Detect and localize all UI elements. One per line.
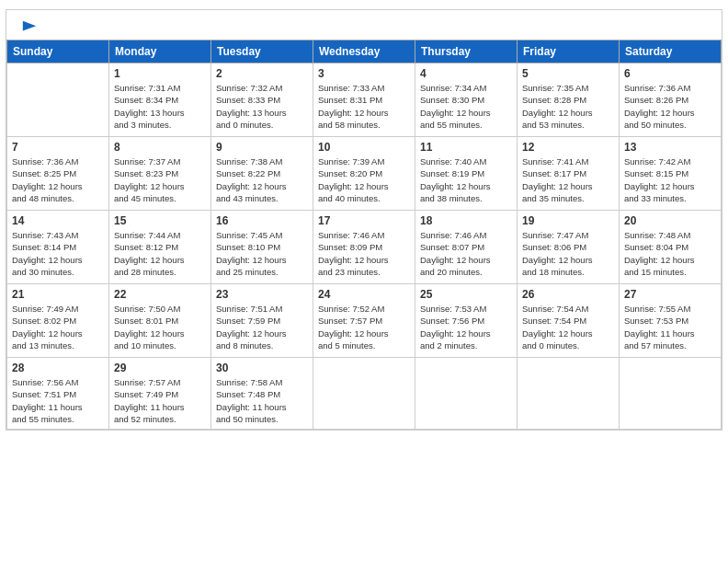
week-row-4: 21Sunrise: 7:49 AMSunset: 8:02 PMDayligh… <box>7 284 722 358</box>
day-info: Sunrise: 7:51 AMSunset: 7:59 PMDaylight:… <box>216 303 308 351</box>
day-info: Sunrise: 7:48 AMSunset: 8:04 PMDaylight:… <box>624 229 716 278</box>
calendar-cell: 13Sunrise: 7:42 AMSunset: 8:15 PMDayligh… <box>620 137 722 211</box>
day-info: Sunrise: 7:52 AMSunset: 7:57 PMDaylight:… <box>318 303 410 351</box>
week-row-3: 14Sunrise: 7:43 AMSunset: 8:14 PMDayligh… <box>7 211 722 284</box>
day-info: Sunrise: 7:57 AMSunset: 7:49 PMDaylight:… <box>114 376 206 425</box>
day-number: 24 <box>318 288 410 301</box>
col-header-tuesday: Tuesday <box>211 40 313 63</box>
day-info: Sunrise: 7:44 AMSunset: 8:12 PMDaylight:… <box>114 229 206 278</box>
calendar-cell: 7Sunrise: 7:36 AMSunset: 8:25 PMDaylight… <box>7 137 109 211</box>
day-info: Sunrise: 7:41 AMSunset: 8:17 PMDaylight:… <box>522 155 614 204</box>
day-info: Sunrise: 7:37 AMSunset: 8:23 PMDaylight:… <box>114 155 206 204</box>
logo-text <box>19 19 38 36</box>
day-number: 7 <box>12 141 104 154</box>
day-number: 17 <box>318 214 410 227</box>
day-info: Sunrise: 7:36 AMSunset: 8:26 PMDaylight:… <box>624 82 716 131</box>
week-row-2: 7Sunrise: 7:36 AMSunset: 8:25 PMDaylight… <box>7 137 722 211</box>
day-info: Sunrise: 7:46 AMSunset: 8:07 PMDaylight:… <box>420 229 512 278</box>
calendar-cell: 17Sunrise: 7:46 AMSunset: 8:09 PMDayligh… <box>313 211 415 284</box>
col-header-thursday: Thursday <box>415 40 518 63</box>
calendar-cell: 30Sunrise: 7:58 AMSunset: 7:48 PMDayligh… <box>211 358 313 430</box>
calendar-cell: 12Sunrise: 7:41 AMSunset: 8:17 PMDayligh… <box>518 137 620 211</box>
day-number: 18 <box>420 214 512 227</box>
calendar-cell: 28Sunrise: 7:56 AMSunset: 7:51 PMDayligh… <box>7 358 109 430</box>
day-info: Sunrise: 7:34 AMSunset: 8:30 PMDaylight:… <box>420 82 512 131</box>
calendar-cell: 5Sunrise: 7:35 AMSunset: 8:28 PMDaylight… <box>518 63 620 137</box>
day-number: 13 <box>624 141 716 154</box>
day-number: 4 <box>420 67 512 80</box>
day-number: 2 <box>216 67 308 80</box>
day-number: 11 <box>420 141 512 154</box>
calendar-cell: 20Sunrise: 7:48 AMSunset: 8:04 PMDayligh… <box>620 211 722 284</box>
day-number: 14 <box>12 214 104 227</box>
day-info: Sunrise: 7:32 AMSunset: 8:33 PMDaylight:… <box>216 82 308 131</box>
day-info: Sunrise: 7:50 AMSunset: 8:01 PMDaylight:… <box>114 303 206 351</box>
day-info: Sunrise: 7:31 AMSunset: 8:34 PMDaylight:… <box>114 82 206 131</box>
day-info: Sunrise: 7:53 AMSunset: 7:56 PMDaylight:… <box>420 303 512 351</box>
calendar-cell: 23Sunrise: 7:51 AMSunset: 7:59 PMDayligh… <box>211 284 313 358</box>
day-number: 30 <box>216 362 308 374</box>
day-info: Sunrise: 7:55 AMSunset: 7:53 PMDaylight:… <box>624 303 716 351</box>
calendar-cell: 2Sunrise: 7:32 AMSunset: 8:33 PMDaylight… <box>211 63 313 137</box>
day-info: Sunrise: 7:42 AMSunset: 8:15 PMDaylight:… <box>624 155 716 204</box>
day-number: 20 <box>624 214 716 227</box>
day-number: 1 <box>114 67 206 80</box>
calendar-cell: 8Sunrise: 7:37 AMSunset: 8:23 PMDaylight… <box>109 137 211 211</box>
calendar-cell: 18Sunrise: 7:46 AMSunset: 8:07 PMDayligh… <box>415 211 518 284</box>
day-number: 27 <box>624 288 716 301</box>
day-number: 22 <box>114 288 206 301</box>
day-info: Sunrise: 7:43 AMSunset: 8:14 PMDaylight:… <box>12 229 104 278</box>
svg-marker-0 <box>23 21 36 31</box>
calendar-cell: 26Sunrise: 7:54 AMSunset: 7:54 PMDayligh… <box>518 284 620 358</box>
col-header-sunday: Sunday <box>7 40 109 63</box>
calendar-header-row: SundayMondayTuesdayWednesdayThursdayFrid… <box>7 40 722 63</box>
logo-flag-icon <box>21 19 38 36</box>
day-info: Sunrise: 7:56 AMSunset: 7:51 PMDaylight:… <box>12 376 104 425</box>
calendar-cell: 19Sunrise: 7:47 AMSunset: 8:06 PMDayligh… <box>518 211 620 284</box>
day-info: Sunrise: 7:54 AMSunset: 7:54 PMDaylight:… <box>522 303 614 351</box>
calendar-cell: 24Sunrise: 7:52 AMSunset: 7:57 PMDayligh… <box>313 284 415 358</box>
col-header-wednesday: Wednesday <box>313 40 415 63</box>
calendar-cell: 25Sunrise: 7:53 AMSunset: 7:56 PMDayligh… <box>415 284 518 358</box>
day-number: 5 <box>522 67 614 80</box>
day-number: 19 <box>522 214 614 227</box>
calendar-cell: 11Sunrise: 7:40 AMSunset: 8:19 PMDayligh… <box>415 137 518 211</box>
day-number: 16 <box>216 214 308 227</box>
day-info: Sunrise: 7:45 AMSunset: 8:10 PMDaylight:… <box>216 229 308 278</box>
day-info: Sunrise: 7:33 AMSunset: 8:31 PMDaylight:… <box>318 82 410 131</box>
col-header-saturday: Saturday <box>620 40 722 63</box>
calendar-container: SundayMondayTuesdayWednesdayThursdayFrid… <box>6 9 722 431</box>
day-number: 12 <box>522 141 614 154</box>
calendar-cell: 27Sunrise: 7:55 AMSunset: 7:53 PMDayligh… <box>620 284 722 358</box>
day-number: 6 <box>624 67 716 80</box>
day-info: Sunrise: 7:58 AMSunset: 7:48 PMDaylight:… <box>216 376 308 425</box>
calendar-cell: 14Sunrise: 7:43 AMSunset: 8:14 PMDayligh… <box>7 211 109 284</box>
day-info: Sunrise: 7:38 AMSunset: 8:22 PMDaylight:… <box>216 155 308 204</box>
logo <box>19 19 38 34</box>
day-number: 26 <box>522 288 614 301</box>
day-number: 10 <box>318 141 410 154</box>
header <box>6 10 722 40</box>
calendar-cell <box>7 63 109 137</box>
calendar-cell <box>518 358 620 430</box>
col-header-monday: Monday <box>109 40 211 63</box>
calendar-cell: 21Sunrise: 7:49 AMSunset: 8:02 PMDayligh… <box>7 284 109 358</box>
calendar-cell: 15Sunrise: 7:44 AMSunset: 8:12 PMDayligh… <box>109 211 211 284</box>
day-number: 28 <box>12 362 104 374</box>
day-info: Sunrise: 7:35 AMSunset: 8:28 PMDaylight:… <box>522 82 614 131</box>
week-row-1: 1Sunrise: 7:31 AMSunset: 8:34 PMDaylight… <box>7 63 722 137</box>
calendar-cell: 22Sunrise: 7:50 AMSunset: 8:01 PMDayligh… <box>109 284 211 358</box>
calendar-cell: 9Sunrise: 7:38 AMSunset: 8:22 PMDaylight… <box>211 137 313 211</box>
calendar-cell: 29Sunrise: 7:57 AMSunset: 7:49 PMDayligh… <box>109 358 211 430</box>
day-info: Sunrise: 7:40 AMSunset: 8:19 PMDaylight:… <box>420 155 512 204</box>
calendar-cell <box>415 358 518 430</box>
day-number: 21 <box>12 288 104 301</box>
day-info: Sunrise: 7:47 AMSunset: 8:06 PMDaylight:… <box>522 229 614 278</box>
calendar-table: SundayMondayTuesdayWednesdayThursdayFrid… <box>6 40 722 430</box>
calendar-cell: 10Sunrise: 7:39 AMSunset: 8:20 PMDayligh… <box>313 137 415 211</box>
calendar-cell: 3Sunrise: 7:33 AMSunset: 8:31 PMDaylight… <box>313 63 415 137</box>
week-row-5: 28Sunrise: 7:56 AMSunset: 7:51 PMDayligh… <box>7 358 722 430</box>
day-info: Sunrise: 7:49 AMSunset: 8:02 PMDaylight:… <box>12 303 104 351</box>
day-info: Sunrise: 7:39 AMSunset: 8:20 PMDaylight:… <box>318 155 410 204</box>
calendar-cell: 6Sunrise: 7:36 AMSunset: 8:26 PMDaylight… <box>620 63 722 137</box>
